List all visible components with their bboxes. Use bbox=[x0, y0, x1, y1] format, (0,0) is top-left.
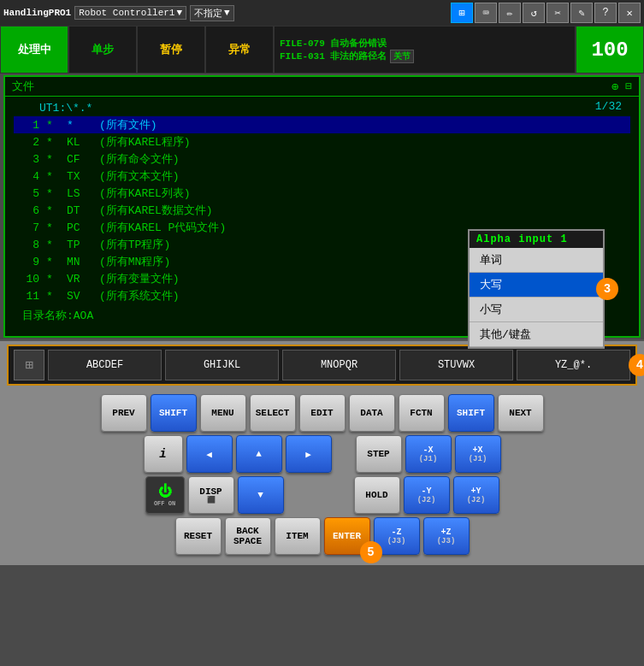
letter-group-mnopqr[interactable]: MNOPQR bbox=[282, 350, 396, 380]
alpha-option-other[interactable]: 其他/键盘 bbox=[470, 322, 603, 347]
letter-group-abcdef[interactable]: ABCDEF bbox=[48, 350, 162, 380]
file-header: 文件 ⊕ ⊟ bbox=[5, 77, 639, 97]
edit-icon[interactable]: ✎ bbox=[570, 3, 593, 23]
disp-key[interactable]: DISP ⬛ bbox=[188, 476, 234, 514]
shift-key-left[interactable]: SHIFT bbox=[151, 394, 197, 432]
file-item-5[interactable]: 5 * LS (所有KAREL列表) bbox=[14, 185, 630, 202]
dir-name-label: 目录名称:AOA bbox=[22, 308, 93, 323]
main-screen: 文件 ⊕ ⊟ UT1:\*.* 1/32 1 * * (所有文件) 2 * KL… bbox=[3, 75, 641, 338]
letter-groups-row: ⊞ ABCDEF GHIJKL MNOPQR STUVWX YZ_@*. 4 bbox=[7, 345, 637, 386]
status-pause: 暂停 bbox=[137, 26, 205, 74]
alpha-option-lowercase[interactable]: 小写 bbox=[470, 298, 603, 322]
status-error: 异常 bbox=[205, 26, 274, 74]
backspace-key[interactable]: BACK SPACE bbox=[225, 517, 271, 555]
z-pos-key[interactable]: +Z (J3) bbox=[423, 517, 470, 555]
file2-text: FILE-031 非法的路径名 bbox=[280, 50, 387, 62]
key-row-1: PREV SHIFT MENU SELECT EDIT DATA FCTN SH… bbox=[10, 394, 634, 432]
alpha-option-uppercase[interactable]: 大写 bbox=[470, 273, 603, 298]
status-processing: 处理中 bbox=[0, 26, 68, 74]
file-item-6[interactable]: 6 * DT (所有KAREL数据文件) bbox=[14, 202, 630, 219]
y-neg-key[interactable]: -Y (J2) bbox=[404, 476, 450, 514]
status-step: 单步 bbox=[68, 26, 137, 74]
badge-3: 3 bbox=[596, 278, 618, 300]
tool-icon[interactable]: ✂ bbox=[547, 3, 569, 23]
pencil-icon[interactable]: ✏ bbox=[499, 3, 521, 23]
file-list-container: UT1:\*.* 1/32 1 * * (所有文件) 2 * KL (所有KAR… bbox=[5, 97, 639, 336]
reset-key[interactable]: RESET bbox=[175, 517, 222, 555]
alpha-input-popup: Alpha input 1 单词 大写 小写 其他/键盘 3 bbox=[468, 229, 605, 349]
close-icon[interactable]: ✕ bbox=[618, 3, 641, 23]
app-logo: HandlingPRO1 bbox=[3, 8, 71, 18]
file-path: UT1:\*.* bbox=[22, 100, 109, 116]
grid-icon[interactable]: ⊞ bbox=[451, 3, 473, 23]
keyboard-icon[interactable]: ⌨ bbox=[475, 3, 497, 23]
grid-toggle-icon[interactable]: ⊞ bbox=[14, 350, 44, 380]
y-pos-key[interactable]: +Y (J2) bbox=[453, 476, 499, 514]
left-arrow-key[interactable]: ◀ bbox=[186, 435, 233, 473]
file-item-3[interactable]: 3 * CF (所有命令文件) bbox=[14, 150, 630, 168]
fctn-key[interactable]: FCTN bbox=[399, 394, 445, 432]
file-title: 文件 bbox=[12, 79, 34, 94]
x-neg-key[interactable]: -X (J1) bbox=[405, 435, 452, 473]
letter-group-ghijkl[interactable]: GHIJKL bbox=[165, 350, 279, 380]
file1-text: FILE-079 自动备份错误 bbox=[280, 37, 387, 50]
key-row-4: RESET BACK SPACE ITEM ENTER 5 -Z (J3) +Z… bbox=[10, 517, 634, 555]
physical-keyboard: PREV SHIFT MENU SELECT EDIT DATA FCTN SH… bbox=[7, 389, 637, 562]
file-item-2[interactable]: 2 * KL (所有KAREL程序) bbox=[14, 133, 630, 150]
alpha-option-word[interactable]: 单词 bbox=[470, 248, 603, 273]
letter-group-stuvwx[interactable]: STUVWX bbox=[399, 350, 513, 380]
item-key[interactable]: ITEM bbox=[275, 517, 321, 555]
score-display: 100 bbox=[576, 26, 644, 74]
key-row-3: ⏻ OFF ON DISP ⬛ ▼ HOLD -Y (J2) +Y (J2) bbox=[10, 476, 634, 514]
file-item-1[interactable]: 1 * * (所有文件) bbox=[14, 116, 630, 133]
step-key[interactable]: STEP bbox=[356, 435, 402, 473]
keyboard-section: ⊞ ABCDEF GHIJKL MNOPQR STUVWX YZ_@*. 4 P… bbox=[0, 339, 644, 565]
file-item-4[interactable]: 4 * TX (所有文本文件) bbox=[14, 168, 630, 185]
help-icon[interactable]: ? bbox=[594, 3, 617, 23]
letter-group-yz[interactable]: YZ_@*. bbox=[517, 350, 630, 380]
prev-key[interactable]: PREV bbox=[101, 394, 147, 432]
select-key[interactable]: SELECT bbox=[250, 394, 296, 432]
menu-key[interactable]: MENU bbox=[200, 394, 246, 432]
key-row-2: i ◀ ▲ ▶ STEP -X (J1) +X (J1) bbox=[10, 435, 634, 473]
toolbar-icons: ⊞ ⌨ ✏ ↺ ✂ ✎ ? ✕ bbox=[451, 3, 641, 23]
layout-icon[interactable]: ⊟ bbox=[625, 80, 632, 93]
status-bar: 处理中 单步 暂停 异常 FILE-079 自动备份错误 FILE-031 非法… bbox=[0, 26, 644, 74]
zoom-icon[interactable]: ⊕ bbox=[612, 80, 618, 94]
enter-key-wrapper: ENTER 5 bbox=[324, 517, 370, 555]
hold-key[interactable]: HOLD bbox=[354, 476, 400, 514]
badge-4: 4 bbox=[629, 354, 644, 376]
edit-key[interactable]: EDIT bbox=[299, 394, 346, 432]
badge-5: 5 bbox=[360, 541, 382, 563]
file-info: FILE-079 自动备份错误 FILE-031 非法的路径名 关节 bbox=[274, 26, 576, 74]
info-key[interactable]: i bbox=[144, 435, 183, 473]
power-key[interactable]: ⏻ OFF ON bbox=[145, 476, 185, 514]
file-tag: 关节 bbox=[390, 50, 414, 63]
indicator-dropdown[interactable]: 不指定 ▼ bbox=[190, 5, 234, 21]
right-arrow-key[interactable]: ▶ bbox=[286, 435, 332, 473]
up-arrow-key[interactable]: ▲ bbox=[236, 435, 282, 473]
data-key[interactable]: DATA bbox=[349, 394, 395, 432]
shift-key-right[interactable]: SHIFT bbox=[448, 394, 494, 432]
x-pos-key[interactable]: +X (J1) bbox=[455, 435, 501, 473]
alpha-title: Alpha input 1 bbox=[470, 231, 603, 248]
controller-dropdown[interactable]: Robot Controller1 ▼ bbox=[74, 6, 186, 20]
top-bar: HandlingPRO1 Robot Controller1 ▼ 不指定 ▼ ⊞… bbox=[0, 0, 644, 26]
down-arrow-key[interactable]: ▼ bbox=[238, 476, 284, 514]
page-count: 1/32 bbox=[595, 100, 622, 116]
next-key[interactable]: NEXT bbox=[498, 394, 544, 432]
refresh-icon[interactable]: ↺ bbox=[523, 3, 545, 23]
